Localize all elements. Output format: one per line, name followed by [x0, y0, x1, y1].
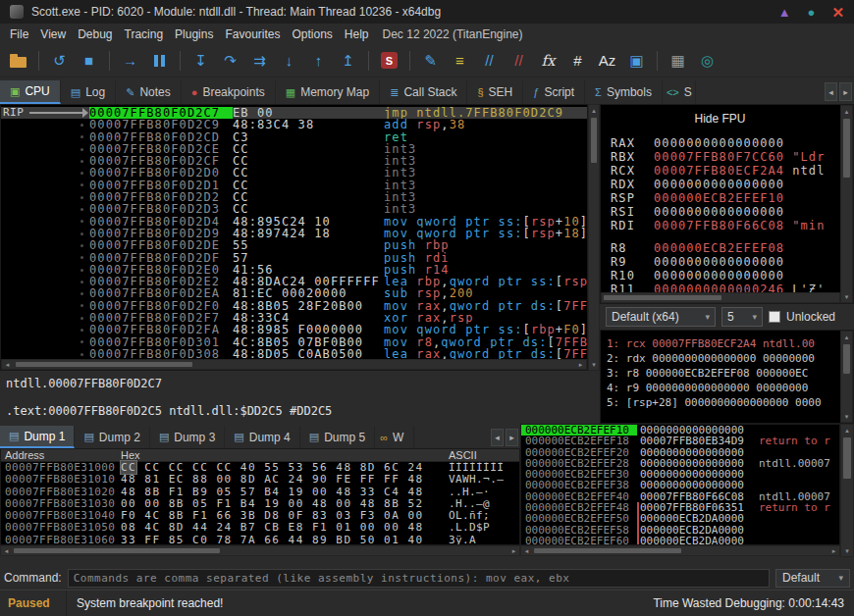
- disasm-row[interactable]: 00007FFB80F0D2DE55push rbp: [1, 239, 587, 251]
- scroll-thumb[interactable]: [843, 437, 851, 479]
- scroll-thumb[interactable]: [534, 548, 681, 553]
- breakpoint-dot[interactable]: [80, 160, 83, 163]
- menu-help[interactable]: Help: [339, 26, 375, 43]
- argument-row[interactable]: 4: r9 0000000000000000 00000000: [601, 381, 839, 395]
- register-row[interactable]: RDX0000000000000000: [601, 178, 839, 191]
- hash-button[interactable]: #: [564, 48, 591, 74]
- breakpoint-dot[interactable]: [80, 317, 83, 320]
- tab-dump-5[interactable]: ▤Dump 5: [300, 426, 375, 448]
- tab-scroll-left-icon[interactable]: ◂: [491, 429, 504, 446]
- stack-row[interactable]: 000000ECB2EFEF60000000ECB2DA0000: [521, 536, 839, 545]
- tab-memory-map[interactable]: ▦Memory Map: [276, 80, 380, 104]
- stack-row[interactable]: 000000ECB2EFEF50000000ECB2DA0000: [521, 513, 839, 524]
- dump-row[interactable]: 00007FFB80E3105008 4C 8D 44 24 B7 CB E8 …: [1, 522, 519, 534]
- comment-button[interactable]: ≡: [447, 48, 473, 74]
- scroll-down-icon[interactable]: ▾: [841, 411, 852, 422]
- scroll-thumb[interactable]: [604, 295, 721, 300]
- scroll-right-icon[interactable]: ▸: [828, 546, 839, 555]
- arguments-vscrollbar[interactable]: ▴ ▾: [840, 331, 853, 423]
- scroll-up-icon[interactable]: ▴: [841, 106, 852, 117]
- go-down-button[interactable]: ↓: [276, 48, 302, 74]
- globe-button[interactable]: ◎: [694, 48, 721, 74]
- disassembly-hscrollbar[interactable]: ◂ ▸: [1, 359, 587, 370]
- scroll-up-icon[interactable]: ▴: [589, 105, 599, 116]
- scroll-right-icon[interactable]: ▸: [575, 360, 586, 369]
- register-row[interactable]: RBX00007FFB80F7CC60"Ldr: [601, 150, 839, 164]
- breakpoint-dot[interactable]: [80, 244, 83, 247]
- scroll-down-icon[interactable]: ▾: [841, 291, 852, 302]
- breakpoint-dot[interactable]: [80, 220, 83, 223]
- argument-row[interactable]: 3: r8 000000ECB2EFEF08 000000EC: [601, 366, 839, 381]
- breakpoint-dot[interactable]: [80, 329, 83, 332]
- dump-row[interactable]: 00007FFB80E3106033 FF 85 C0 78 7A 66 44 …: [1, 535, 519, 545]
- scroll-thumb[interactable]: [843, 119, 850, 178]
- tab-seh[interactable]: §SEH: [467, 80, 523, 104]
- status-circle-icon[interactable]: ●: [808, 6, 816, 19]
- stop-button[interactable]: ■: [76, 48, 102, 74]
- breakpoint-dot[interactable]: [80, 148, 83, 151]
- menu-options[interactable]: Options: [286, 26, 338, 43]
- register-row[interactable]: RDI00007FFB80F66C08"min: [601, 219, 839, 232]
- scylla-button[interactable]: S: [376, 48, 402, 74]
- run-to-user-code-button[interactable]: ↥: [335, 48, 361, 74]
- tab-scroll-right-icon[interactable]: ▸: [506, 429, 518, 446]
- tab-dump-2[interactable]: ▤Dump 2: [75, 426, 149, 448]
- breakpoint-dot[interactable]: [80, 124, 83, 127]
- breakpoint-dot[interactable]: [80, 135, 83, 138]
- breakpoint-dot[interactable]: [80, 256, 83, 259]
- restart-button[interactable]: ↺: [46, 48, 73, 74]
- patches-button[interactable]: //: [506, 48, 532, 74]
- argument-count-select[interactable]: 5 ▾: [721, 307, 763, 327]
- disasm-row[interactable]: 00007FFB80F0D2FA48:8985 F0000000mov qwor…: [1, 324, 587, 335]
- step-over-button[interactable]: ↷: [217, 48, 243, 74]
- breakpoint-dot[interactable]: [80, 292, 83, 295]
- scroll-thumb[interactable]: [14, 548, 220, 553]
- tab-source[interactable]: <>S: [663, 80, 696, 104]
- tab-call-stack[interactable]: ≣Call Stack: [380, 80, 467, 104]
- calculator-button[interactable]: ▦: [665, 48, 691, 74]
- scroll-thumb[interactable]: [591, 118, 597, 163]
- az-button[interactable]: Az: [594, 48, 620, 74]
- patch-button[interactable]: ✎: [417, 48, 444, 74]
- go-up-button[interactable]: ↑: [305, 48, 332, 74]
- breakpoint-dot[interactable]: [80, 269, 83, 272]
- run-button[interactable]: →: [117, 48, 143, 74]
- register-row[interactable]: RSP000000ECB2EFEF10: [601, 191, 839, 205]
- disasm-row[interactable]: 00007FFB80F0D2EA81:EC 00020000sub rsp,20…: [1, 287, 587, 299]
- stack-hscrollbar[interactable]: ◂ ▸: [520, 545, 840, 556]
- disasm-row[interactable]: 00007FFB80F0D2C948:83C4 38add rsp,38: [1, 119, 587, 130]
- tab-cpu[interactable]: ▣CPU: [0, 80, 61, 104]
- argument-row[interactable]: 2: rdx 0000000000000000 00000000: [601, 351, 839, 366]
- modules-button[interactable]: ▣: [623, 48, 650, 74]
- breakpoint-dot[interactable]: [80, 196, 83, 199]
- dump-row[interactable]: 00007FFB80E3101048 81 EC 88 00 8D AC 24 …: [1, 474, 519, 486]
- breakpoint-dot[interactable]: [80, 281, 83, 283]
- argument-row[interactable]: 1: rcx 00007FFB80ECF2A4 ntdll.00: [601, 336, 839, 351]
- scroll-right-icon[interactable]: ▸: [508, 546, 519, 555]
- command-profile-select[interactable]: Default ▾: [775, 569, 850, 588]
- close-icon[interactable]: ✕: [831, 5, 844, 20]
- scroll-left-icon[interactable]: ◂: [2, 360, 13, 369]
- expression-function-button[interactable]: fx: [535, 48, 561, 74]
- scroll-thumb[interactable]: [843, 344, 850, 374]
- stack-vscrollbar[interactable]: ▴ ▾: [840, 424, 854, 557]
- highlighting-mode-button[interactable]: //: [476, 48, 503, 74]
- scroll-left-icon[interactable]: ◂: [1, 546, 12, 555]
- scroll-up-icon[interactable]: ▴: [841, 425, 853, 436]
- scroll-up-icon[interactable]: ▴: [841, 332, 852, 342]
- breakpoint-dot[interactable]: [80, 232, 83, 235]
- tab-log[interactable]: ▤Log: [61, 80, 116, 104]
- register-row[interactable]: R90000000000000000: [601, 255, 839, 269]
- disasm-row[interactable]: 00007FFB80F0D2DF57push rdi: [1, 252, 587, 264]
- notify-triangle-icon[interactable]: ▲: [778, 6, 791, 19]
- menu-plugins[interactable]: Plugins: [169, 26, 219, 43]
- breakpoint-dot[interactable]: [80, 353, 83, 356]
- menu-favourites[interactable]: Favourites: [219, 26, 286, 43]
- hide-fpu-button[interactable]: Hide FPU: [601, 112, 839, 126]
- stack-row[interactable]: 000000ECB2EFEF1800007FFB80EB34D9return t…: [521, 436, 839, 446]
- tab-scroll-right-icon[interactable]: ▸: [839, 82, 852, 101]
- register-row[interactable]: RAX0000000000000000: [601, 136, 839, 150]
- disasm-row[interactable]: 00007FFB80F0D2D0CCint3: [1, 167, 587, 179]
- register-row[interactable]: RCX00007FFB80ECF2A4ntdl: [601, 164, 839, 178]
- selected-byte[interactable]: CC: [121, 461, 136, 474]
